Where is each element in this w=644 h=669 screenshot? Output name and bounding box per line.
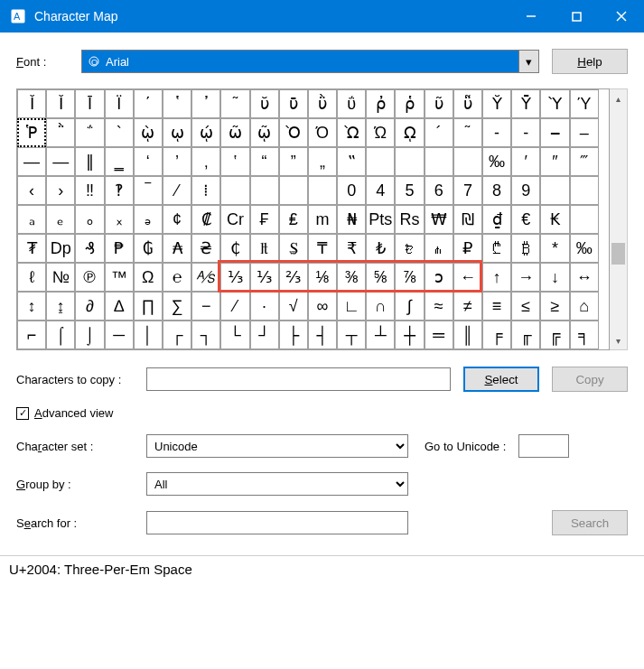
minimize-button[interactable]: [509, 0, 554, 33]
char-cell[interactable]: ‐: [482, 118, 511, 147]
char-cell[interactable]: ↑: [482, 263, 511, 292]
char-cell[interactable]: ´: [425, 118, 453, 147]
search-button[interactable]: Search: [552, 510, 628, 535]
char-cell[interactable]: “: [250, 147, 279, 176]
char-cell[interactable]: ∂: [75, 292, 104, 321]
char-cell[interactable]: ₿: [511, 234, 540, 263]
char-cell[interactable]: [540, 176, 569, 205]
char-cell[interactable]: 9: [511, 176, 540, 205]
char-cell[interactable]: ═: [425, 321, 453, 349]
char-cell[interactable]: ₮: [17, 234, 46, 263]
char-cell[interactable]: ῧ: [453, 89, 482, 118]
char-cell[interactable]: ≥: [540, 292, 569, 321]
char-cell[interactable]: Ω: [134, 263, 163, 292]
char-cell[interactable]: ῢ: [308, 89, 337, 118]
char-cell[interactable]: ├: [279, 321, 308, 349]
goto-unicode-input[interactable]: [518, 434, 569, 458]
char-cell[interactable]: ┼: [395, 321, 424, 349]
char-cell[interactable]: ₤: [279, 205, 308, 234]
char-cell[interactable]: ᾿: [191, 89, 220, 118]
char-cell[interactable]: Ǐ: [17, 89, 46, 118]
char-cell[interactable]: ₹: [337, 234, 366, 263]
char-cell[interactable]: ⁄: [163, 176, 191, 205]
copy-button[interactable]: Copy: [552, 367, 628, 392]
char-cell[interactable]: ₩: [425, 205, 453, 234]
char-cell[interactable]: [279, 176, 308, 205]
char-cell[interactable]: ∫: [395, 292, 424, 321]
groupby-select[interactable]: All: [146, 472, 408, 496]
char-cell[interactable]: ῼ: [395, 118, 424, 147]
help-button[interactable]: Help: [552, 49, 628, 74]
char-cell[interactable]: ΅: [75, 118, 104, 147]
char-cell[interactable]: €: [511, 205, 540, 234]
char-cell[interactable]: ‾: [134, 176, 163, 205]
char-cell[interactable]: Ῥ: [17, 118, 46, 147]
char-cell[interactable]: 6: [425, 176, 453, 205]
char-cell[interactable]: ∑: [163, 292, 191, 321]
char-cell[interactable]: ║: [453, 321, 482, 349]
char-cell[interactable]: ῀: [220, 89, 249, 118]
char-cell[interactable]: ∩: [366, 292, 395, 321]
char-cell[interactable]: -: [511, 118, 540, 147]
char-cell[interactable]: [395, 147, 424, 176]
char-cell[interactable]: ≠: [453, 292, 482, 321]
char-cell[interactable]: Ώ: [366, 118, 395, 147]
char-cell[interactable]: ⅝: [366, 263, 395, 292]
char-cell[interactable]: ‖: [75, 147, 104, 176]
search-input[interactable]: [146, 511, 408, 534]
char-cell[interactable]: ῶ: [220, 118, 249, 147]
char-cell[interactable]: [220, 176, 249, 205]
char-cell[interactable]: ‛: [220, 147, 249, 176]
char-cell[interactable]: Ό: [308, 118, 337, 147]
char-cell[interactable]: Ύ: [570, 89, 599, 118]
char-cell[interactable]: ↔: [570, 263, 599, 292]
char-cell[interactable]: ῭: [46, 118, 75, 147]
char-cell[interactable]: ≈: [425, 292, 453, 321]
char-cell[interactable]: [425, 147, 453, 176]
char-cell[interactable]: ∏: [134, 292, 163, 321]
char-cell[interactable]: 5: [395, 176, 424, 205]
char-cell[interactable]: Ϊ: [105, 89, 134, 118]
char-cell[interactable]: ⅍: [191, 263, 220, 292]
char-cell[interactable]: Ῡ: [511, 89, 540, 118]
char-cell[interactable]: ₔ: [134, 205, 163, 234]
char-cell[interactable]: ῷ: [250, 118, 279, 147]
char-cell[interactable]: ’: [163, 147, 191, 176]
char-cell[interactable]: ῥ: [395, 89, 424, 118]
char-cell[interactable]: ₭: [540, 205, 569, 234]
char-cell[interactable]: ῠ: [250, 89, 279, 118]
char-cell[interactable]: ῀: [453, 118, 482, 147]
char-cell[interactable]: ›: [46, 176, 75, 205]
char-cell[interactable]: ”: [279, 147, 308, 176]
char-cell[interactable]: ⅞: [395, 263, 424, 292]
char-cell[interactable]: Ǐ: [46, 89, 75, 118]
char-cell[interactable]: 7: [453, 176, 482, 205]
char-cell[interactable]: ╕: [570, 321, 599, 349]
char-cell[interactable]: ῴ: [191, 118, 220, 147]
char-cell[interactable]: ℓ: [17, 263, 46, 292]
char-cell[interactable]: ‰: [482, 147, 511, 176]
char-cell[interactable]: ₷: [279, 234, 308, 263]
grid-scrollbar[interactable]: ▴ ▾: [610, 88, 628, 350]
char-cell[interactable]: √: [279, 292, 308, 321]
char-cell[interactable]: ⅓: [220, 263, 249, 292]
char-cell[interactable]: ₓ: [105, 205, 134, 234]
char-cell[interactable]: [570, 176, 599, 205]
chars-to-copy-input[interactable]: [146, 367, 451, 391]
char-cell[interactable]: ₾: [482, 234, 511, 263]
char-cell[interactable]: ₑ: [46, 205, 75, 234]
char-cell[interactable]: ⅛: [308, 263, 337, 292]
char-cell[interactable]: ┤: [308, 321, 337, 349]
char-cell[interactable]: ╔: [540, 321, 569, 349]
char-cell[interactable]: ℮: [163, 263, 191, 292]
char-cell[interactable]: [570, 205, 599, 234]
char-cell[interactable]: ‗: [105, 147, 134, 176]
char-cell[interactable]: ‚: [191, 147, 220, 176]
char-cell[interactable]: ₶: [250, 234, 279, 263]
char-cell[interactable]: ′: [511, 147, 540, 176]
char-cell[interactable]: ┬: [337, 321, 366, 349]
char-cell[interactable]: ₼: [425, 234, 453, 263]
char-cell[interactable]: [308, 176, 337, 205]
scroll-down-icon[interactable]: ▾: [610, 331, 627, 349]
char-cell[interactable]: ₺: [366, 234, 395, 263]
